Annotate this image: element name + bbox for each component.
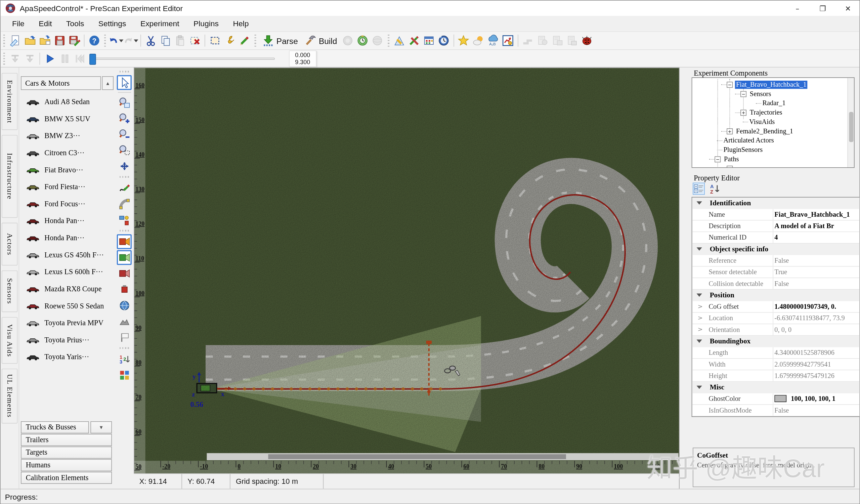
panel-splitter[interactable] <box>679 68 690 489</box>
results-chart-button[interactable] <box>501 33 515 48</box>
tree-item-label[interactable]: Sensors <box>749 90 772 98</box>
property-row-ghostcolor[interactable]: GhostColor100, 100, 100, 1 <box>692 393 860 405</box>
property-value[interactable]: False <box>774 406 859 415</box>
paste-button[interactable] <box>173 33 187 48</box>
object-spawn-tool[interactable] <box>117 212 132 227</box>
zoom-region-tool[interactable] <box>117 95 132 110</box>
library-item[interactable]: Toyota Prius··· <box>23 332 114 348</box>
tree-item-sensors[interactable]: −Sensors <box>692 89 846 99</box>
tab-actors[interactable]: Actors <box>2 223 17 265</box>
section-chevron-icon[interactable] <box>697 340 702 343</box>
library-item[interactable]: Ford Fiesta··· <box>23 179 114 195</box>
row-expander-icon[interactable]: > <box>698 303 703 310</box>
row-expander-icon[interactable]: > <box>698 326 703 333</box>
menu-help[interactable]: Help <box>226 17 256 30</box>
favorites-button[interactable] <box>456 33 471 48</box>
pan-tool[interactable] <box>117 159 132 173</box>
zoom-out-tool[interactable] <box>117 127 132 142</box>
library-item[interactable]: Roewe 550 S Sedan <box>23 298 114 315</box>
property-section-misc[interactable]: Misc <box>692 382 860 393</box>
viewport-3[interactable] <box>117 266 132 281</box>
collapse-box-icon[interactable]: − <box>741 91 746 97</box>
restore-button[interactable]: ❐ <box>810 1 835 16</box>
xml-doc-button[interactable] <box>565 33 579 48</box>
library-group-trailers[interactable]: Trailers <box>21 434 112 446</box>
menu-experiment[interactable]: Experiment <box>133 17 186 30</box>
library-item[interactable]: BMW Z3··· <box>23 128 114 144</box>
set-end-marker-button[interactable] <box>23 51 37 66</box>
tab-infrastructure[interactable]: Infrastructure <box>2 135 17 218</box>
library-group-trucks-busses[interactable]: Trucks & Busses <box>21 421 89 433</box>
viewport-main[interactable] <box>117 234 132 249</box>
library-item[interactable]: Toyota Previa MPV <box>23 315 114 331</box>
property-section-position[interactable]: Position <box>692 290 860 301</box>
tree-item-trajectories[interactable]: +Trajectories <box>692 108 846 118</box>
menu-settings[interactable]: Settings <box>91 17 133 30</box>
tree-item-pluginsensors[interactable]: PluginSensors <box>692 145 846 155</box>
menu-plugins[interactable]: Plugins <box>186 17 226 30</box>
rewind-button[interactable] <box>72 51 87 66</box>
property-grid[interactable]: IdentificationNameFiat_Bravo_Hatchback_1… <box>692 197 860 417</box>
canvas-horizontal-scrollbar[interactable] <box>207 453 678 460</box>
row-expander-icon[interactable]: > <box>698 315 703 321</box>
menu-file[interactable]: File <box>5 17 32 30</box>
regenerate-button[interactable] <box>340 33 355 48</box>
library-item[interactable]: Citroen C3··· <box>23 145 114 161</box>
property-value[interactable]: False <box>774 257 859 265</box>
library-group-calibration-elements[interactable]: Calibration Elements <box>21 472 112 484</box>
library-header-cars-motors[interactable]: Cars & Motors <box>21 76 101 90</box>
property-row-cog-offset[interactable]: >CoG offset1.48000001907349, 0. <box>692 301 860 313</box>
preferences-wrench-button[interactable] <box>222 33 237 48</box>
experiment-canvas[interactable]: y x z 0.56 16015014013012011010090807060… <box>134 68 679 473</box>
categorized-view-icon[interactable] <box>693 183 705 195</box>
property-row-location[interactable]: >Location-6.63074111938477, 73.9 <box>692 313 860 324</box>
property-row-collision-detectable[interactable]: Collision detectableFalse <box>692 278 860 290</box>
tree-item-articulated-actors[interactable]: Articulated Actors <box>692 136 846 145</box>
expand-arrow-icon[interactable]: ▼ <box>90 421 112 433</box>
property-row-description[interactable]: DescriptionA model of a Fiat Br <box>692 220 860 232</box>
copy-button[interactable] <box>158 33 173 48</box>
tree-scrollbar-handle[interactable] <box>849 112 853 142</box>
menu-tools[interactable]: Tools <box>59 17 91 30</box>
property-value[interactable]: 1.6799999475479126 <box>774 372 859 380</box>
tree-item-label[interactable]: Female2_Bending_1 <box>735 127 794 135</box>
experiment-time-button[interactable] <box>355 33 370 48</box>
property-value[interactable]: 0, 0, 0 <box>774 326 859 334</box>
export-doc-button[interactable] <box>550 33 565 48</box>
property-row-length[interactable]: Length4.3400001525878906 <box>692 347 860 359</box>
tree-item-label[interactable]: Paths <box>723 155 740 163</box>
tree-item-label[interactable]: Articulated Actors <box>722 137 775 145</box>
experiment-components-tree[interactable]: −Fiat_Bravo_Hatchback_1−SensorsRadar_1+T… <box>692 77 855 168</box>
color-swatch[interactable] <box>774 395 786 402</box>
annotation-tool[interactable] <box>117 330 132 344</box>
section-chevron-icon[interactable] <box>697 247 702 251</box>
property-value[interactable]: False <box>774 280 859 288</box>
library-item[interactable]: Honda Pan··· <box>23 213 114 229</box>
world-view-button[interactable] <box>370 33 385 48</box>
cut-button[interactable] <box>143 33 158 48</box>
dropdown-caret-icon[interactable] <box>134 39 138 42</box>
property-row-orientation[interactable]: >Orientation0, 0, 0 <box>692 324 860 336</box>
open-experiment-button[interactable] <box>23 33 37 48</box>
tree-item-female2-bending-1[interactable]: +Female2_Bending_1 <box>692 127 846 136</box>
property-value[interactable]: A model of a Fiat Br <box>774 222 859 230</box>
time-slider-handle[interactable] <box>89 54 96 64</box>
collapse-arrow-icon[interactable]: ▲ <box>102 76 114 90</box>
tree-item-label[interactable]: PluginSensors <box>722 146 763 154</box>
palette-tool[interactable] <box>117 368 132 383</box>
property-section-object-specific-info[interactable]: Object specific info <box>692 244 860 255</box>
weather-settings-button[interactable] <box>471 33 486 48</box>
property-value[interactable]: 1.48000001907349, 0. <box>774 303 859 311</box>
collapse-box-icon[interactable]: − <box>715 156 720 162</box>
library-group-targets[interactable]: Targets <box>21 447 112 459</box>
globe-view[interactable] <box>117 298 132 313</box>
property-value[interactable]: True <box>774 268 859 276</box>
property-row-reference[interactable]: ReferenceFalse <box>692 255 860 267</box>
data-table-button[interactable] <box>421 33 436 48</box>
section-chevron-icon[interactable] <box>697 386 702 389</box>
section-chevron-icon[interactable] <box>697 293 702 297</box>
edit-pencil-button[interactable] <box>237 33 252 48</box>
help-button[interactable]: ? <box>87 33 101 48</box>
curved-road-tool[interactable] <box>117 196 132 211</box>
property-section-boundingbox[interactable]: Boundingbox <box>692 336 860 347</box>
